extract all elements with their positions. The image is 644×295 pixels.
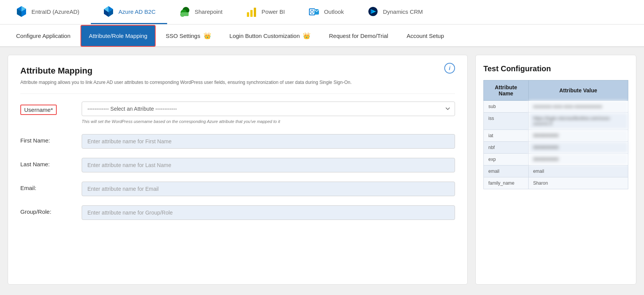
info-icon[interactable]: i — [444, 63, 455, 74]
tab-entraid-label: EntraID (AzureAD) — [31, 8, 79, 15]
tab-dynamics-label: Dynamics CRM — [383, 8, 423, 15]
email-input[interactable] — [82, 182, 455, 196]
table-cell-attr-value: 0000000000 — [528, 142, 628, 154]
table-row: subxxxxxxxx-xxxx-xxxx-xxxxxxxxxxxx — [484, 101, 628, 113]
outlook-icon — [308, 5, 320, 18]
lastname-field-row: Last Name: — [20, 158, 455, 172]
table-row: isshttps://login.microsoftonline.com/xxx… — [484, 113, 628, 130]
table-cell-attr-name: sub — [484, 101, 529, 113]
right-panel-title: Test Configuration — [483, 64, 628, 73]
table-header-value: Attribute Value — [528, 80, 628, 101]
main-content: Attribute Mapping Attribute mapping allo… — [0, 47, 644, 292]
sso-crown-icon: 👑 — [204, 33, 211, 39]
table-row: exp0000000000 — [484, 154, 628, 166]
group-field-row: Group/Role: — [20, 205, 455, 220]
table-cell-attr-value: https://login.microsoftonline.com/xxxx-x… — [528, 113, 628, 130]
username-label: Username* — [20, 102, 74, 115]
test-config-table: Attribute Name Attribute Value subxxxxxx… — [483, 80, 628, 189]
lastname-field-right — [82, 158, 455, 172]
table-cell-attr-value: email — [528, 166, 628, 177]
panel-description: Attribute mapping allows you to link Azu… — [20, 79, 390, 86]
tab-entraid[interactable]: EntraID (AzureAD) — [4, 0, 91, 24]
lastname-label: Last Name: — [20, 158, 74, 167]
table-cell-attr-value: xxxxxxxx-xxxx-xxxx-xxxxxxxxxxxx — [528, 101, 628, 113]
tab-dynamics[interactable]: Dynamics CRM — [355, 0, 434, 24]
svg-rect-13 — [254, 8, 256, 17]
username-field-row: Username* ------------ Select an Attribu… — [20, 102, 455, 125]
svg-rect-12 — [250, 10, 253, 17]
table-header-name: Attribute Name — [484, 80, 529, 101]
subnav-demo[interactable]: Request for Demo/Trial — [320, 25, 397, 47]
dynamics-icon — [367, 5, 379, 18]
powerbi-icon — [245, 5, 258, 18]
group-field-right — [82, 205, 455, 220]
entraid-icon — [15, 5, 28, 18]
table-row: iat0000000000 — [484, 130, 628, 142]
table-cell-attr-value: Sharon — [528, 177, 628, 189]
firstname-input[interactable] — [82, 134, 455, 149]
table-cell-attr-value: 0000000000 — [528, 130, 628, 142]
panel-title: Attribute Mapping — [20, 66, 455, 76]
right-panel: Test Configuration Attribute Name Attrib… — [475, 55, 636, 285]
subnav-mapping[interactable]: Attribute/Role Mapping — [80, 25, 156, 47]
svg-rect-11 — [247, 12, 249, 17]
group-label: Group/Role: — [20, 205, 74, 215]
top-tab-bar: EntraID (AzureAD) Azure AD B2C Sharepoin… — [0, 0, 644, 25]
username-field-right: ------------ Select an Attribute -------… — [82, 102, 455, 125]
tab-powerbi[interactable]: Power BI — [234, 0, 296, 24]
tab-outlook[interactable]: Outlook — [296, 0, 355, 24]
email-label: Email: — [20, 182, 74, 191]
firstname-label: First Name: — [20, 134, 74, 144]
table-cell-attr-name: exp — [484, 154, 529, 166]
firstname-field-right — [82, 134, 455, 149]
tab-powerbi-label: Power BI — [261, 8, 285, 15]
table-cell-attr-name: iat — [484, 130, 529, 142]
table-cell-attr-name: iss — [484, 113, 529, 130]
svg-rect-10 — [182, 12, 189, 16]
tab-outlook-label: Outlook — [324, 8, 344, 15]
divider — [20, 93, 455, 94]
subnav-configure[interactable]: Configure Application — [8, 25, 79, 47]
table-row: family_nameSharon — [484, 177, 628, 189]
email-field-row: Email: — [20, 182, 455, 196]
group-input[interactable] — [82, 205, 455, 220]
left-panel: Attribute Mapping Attribute mapping allo… — [8, 55, 468, 285]
table-cell-attr-value: 0000000000 — [528, 154, 628, 166]
svg-point-17 — [311, 11, 313, 13]
sub-nav-bar: Configure Application Attribute/Role Map… — [0, 25, 644, 47]
tab-sharepoint-label: Sharepoint — [195, 8, 223, 15]
subnav-account[interactable]: Account Setup — [398, 25, 453, 47]
username-select[interactable]: ------------ Select an Attribute -------… — [82, 102, 455, 116]
subnav-login[interactable]: Login Button Customization 👑 — [221, 25, 319, 47]
table-row: nbf0000000000 — [484, 142, 628, 154]
username-desc: This will set the WordPress username bas… — [82, 118, 455, 125]
login-crown-icon: 👑 — [303, 33, 310, 39]
lastname-input[interactable] — [82, 158, 455, 172]
sharepoint-icon — [179, 5, 191, 18]
azureb2c-icon — [102, 5, 115, 18]
table-cell-attr-name: nbf — [484, 142, 529, 154]
email-field-right — [82, 182, 455, 196]
tab-azureb2c-label: Azure AD B2C — [118, 8, 156, 15]
firstname-field-row: First Name: — [20, 134, 455, 149]
tab-sharepoint[interactable]: Sharepoint — [167, 0, 234, 24]
tab-azureb2c[interactable]: Azure AD B2C — [91, 0, 167, 24]
subnav-sso[interactable]: SSO Settings 👑 — [157, 25, 219, 47]
table-cell-attr-name: family_name — [484, 177, 529, 189]
table-row: emailemail — [484, 166, 628, 177]
table-cell-attr-name: email — [484, 166, 529, 177]
